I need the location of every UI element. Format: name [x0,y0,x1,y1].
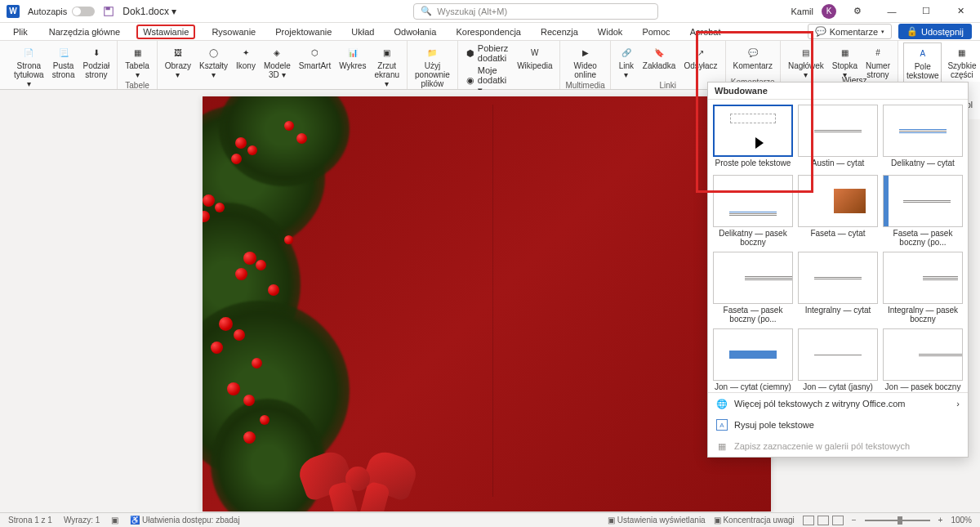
gallery-item-whisp[interactable]: Delikatny — cytat [883,105,963,170]
autosave-toggle[interactable] [72,7,95,16]
table-icon: ▦ [129,44,145,60]
search-placeholder: Wyszukaj (Alt+M) [437,7,507,16]
maximize-button[interactable]: ☐ [913,3,939,20]
save-icon[interactable] [103,6,114,17]
more-textboxes-button[interactable]: 🌐 Więcej pól tekstowych z witryny Office… [708,393,968,414]
crossref-button[interactable]: ↗Odsyłacz [681,42,719,72]
smartart-button[interactable]: ⬡SmartArt [296,42,333,72]
reuse-icon: 📁 [424,44,440,60]
quickparts-icon: ▦ [954,44,970,60]
gallery-item-austin[interactable]: Austin — cytat [798,105,878,170]
tab-help[interactable]: Pomoc [639,25,673,39]
gallery-item-facet[interactable]: Faseta — cytat [798,175,878,247]
chart-button[interactable]: 📊Wykres [336,42,368,72]
user-avatar[interactable]: K [822,4,836,19]
christmas-image [203,96,771,511]
svg-rect-1 [106,7,110,10]
shapes-button[interactable]: ◯Kształty ▾ [197,42,230,81]
number-icon: # [870,44,886,60]
images-button[interactable]: 🖼Obrazy ▾ [163,42,194,81]
gallery-item-whisp-sidebar[interactable]: Delikatny — pasek boczny [713,175,793,247]
share-label: Udostępnij [921,27,964,37]
bookmark-button[interactable]: 🔖Zakładka [640,42,679,72]
header-button[interactable]: ▤Nagłówek ▾ [786,42,826,81]
icons-icon: ✦ [238,44,254,60]
language-icon[interactable]: ▣ [111,516,118,525]
zoom-in-button[interactable]: + [938,516,943,525]
accessibility-checker[interactable]: ♿ Ułatwienia dostępu: zbadaj [130,516,239,525]
video-button[interactable]: ▶Wideo online [565,42,604,81]
tab-mailings[interactable]: Korespondencja [452,25,524,39]
gallery-item-integral[interactable]: Integralny — cytat [798,252,878,324]
tab-review[interactable]: Recenzja [537,25,581,39]
share-button[interactable]: 🔒 Udostępnij [898,24,972,39]
web-layout-icon[interactable] [832,516,844,525]
gallery-item-facet-sidebar-r[interactable]: Faseta — pasek boczny (po... [713,252,793,324]
cover-page-button[interactable]: 📄Strona tytułowa ▾ [11,42,47,90]
page-indicator[interactable]: Strona 1 z 1 [8,516,52,525]
gallery-item-ion-light[interactable]: Jon — cytat (jasny) [798,328,878,392]
tab-layout[interactable]: Układ [348,25,377,39]
tab-draw[interactable]: Rysowanie [208,25,259,39]
link-button[interactable]: 🔗Link ▾ [616,42,637,81]
blank-page-icon: 📃 [56,44,72,60]
wikipedia-button[interactable]: WWikipedia [514,42,555,72]
document-page[interactable] [203,96,771,511]
3d-models-button[interactable]: ◈Modele 3D ▾ [261,42,293,81]
footer-icon: ▦ [836,44,853,60]
ribbon-options-icon[interactable]: ⚙ [844,3,871,20]
link-icon: 🔗 [618,44,635,60]
tab-insert[interactable]: Wstawianie [136,25,195,39]
tab-view[interactable]: Widok [595,25,626,39]
autosave-label: Autozapis [28,7,67,16]
tab-acrobat[interactable]: Acrobat [687,25,724,39]
comment-button[interactable]: 💬Komentarz [731,42,775,72]
zoom-level[interactable]: 100% [951,516,972,525]
save-selection-button: ▦ Zapisz zaznaczenie w galerii pól tekst… [708,435,968,457]
table-button[interactable]: ▦Tabela ▾ [122,42,151,81]
read-mode-icon[interactable] [803,516,814,525]
textbox-gallery-dropdown: Wbudowane Proste pole tekstowe Austin — … [707,82,969,458]
image-icon: 🖼 [170,44,186,60]
cursor-icon [755,137,764,149]
focus-mode[interactable]: ▣ Koncentracja uwagi [714,516,795,525]
chevron-right-icon: › [956,399,960,409]
gallery-item-integral-sidebar[interactable]: Integralny — pasek boczny [883,252,963,324]
document-name[interactable]: Dok1.docx ▾ [122,6,176,17]
draw-textbox-button[interactable]: A Rysuj pole tekstowe [708,414,968,435]
icons-button[interactable]: ✦Ikony [234,42,258,72]
gallery-item-ion-dark[interactable]: Jon — cytat (ciemny) [713,328,793,392]
gallery-item-simple[interactable]: Proste pole tekstowe [713,105,793,170]
close-button[interactable]: ✕ [947,3,973,20]
reuse-files-button[interactable]: 📁Użyj ponownie plików [412,42,452,90]
tab-file[interactable]: Plik [8,25,33,38]
page-icon: 📄 [20,44,37,60]
zoom-out-button[interactable]: − [852,516,857,525]
zoom-slider[interactable] [865,520,930,521]
gallery-item-ion-sidebar[interactable]: Jon — pasek boczny 1 [883,328,963,392]
tab-references[interactable]: Odwołania [390,25,439,39]
textbox-icon: A [915,45,931,61]
search-icon: 🔍 [421,6,432,16]
title-bar: W Autozapis Dok1.docx ▾ 🔍 Wyszukaj (Alt+… [0,0,980,23]
gallery-item-facet-sidebar-l[interactable]: Faseta — pasek boczny (po... [883,175,963,247]
bookmark-icon: 🔖 [651,44,667,60]
tab-home[interactable]: Narzędzia główne [46,25,123,39]
screenshot-button[interactable]: ▣Zrzut ekranu ▾ [372,42,402,90]
display-settings[interactable]: ▣ Ustawienia wyświetlania [608,516,706,525]
globe-icon: 🌐 [716,398,728,409]
comment-icon: 💬 [745,44,761,60]
gallery-footer: 🌐 Więcej pól tekstowych z witryny Office… [708,392,968,457]
gallery-scroll[interactable]: Proste pole tekstowe Austin — cytat Deli… [708,100,968,392]
tab-design[interactable]: Projektowanie [272,25,335,39]
get-addins-button[interactable]: ⬢Pobierz dodatki [463,42,511,64]
search-box[interactable]: 🔍 Wyszukaj (Alt+M) [413,3,658,20]
page-break-button[interactable]: ⬇Podział strony [80,42,112,81]
blank-page-button[interactable]: 📃Pusta strona [50,42,78,81]
comments-button[interactable]: 💬 Komentarze ▾ [808,24,892,39]
minimize-button[interactable]: — [879,3,905,20]
autosave-control[interactable]: Autozapis [28,7,95,16]
word-count[interactable]: Wyrazy: 1 [64,516,100,525]
print-layout-icon[interactable] [817,516,829,525]
status-bar: Strona 1 z 1 Wyrazy: 1 ▣ ♿ Ułatwienia do… [0,512,980,527]
